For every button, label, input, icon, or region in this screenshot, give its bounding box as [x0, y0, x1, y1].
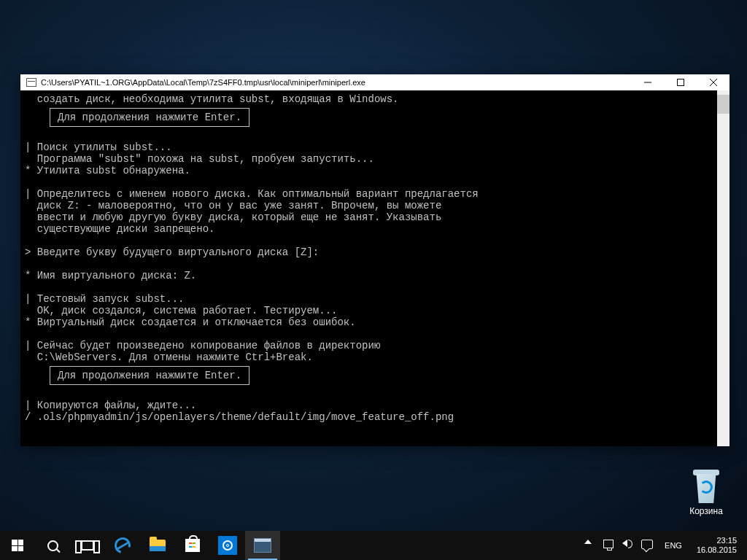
- edge-icon: [112, 534, 133, 556]
- tray-icons: [584, 540, 653, 551]
- console-line: | Определитесь с именем нового диска. Ка…: [23, 188, 729, 200]
- search-icon: [47, 540, 58, 551]
- scrollbar-vertical[interactable]: [717, 90, 729, 446]
- console-line: создать диск, необходима утилита subst, …: [23, 93, 729, 105]
- windows-logo-icon: [12, 540, 23, 551]
- console-line: [23, 258, 729, 270]
- console-prompt-box: Для продолжения нажмите Enter.: [50, 366, 249, 385]
- task-view-icon: [81, 540, 94, 551]
- start-button[interactable]: [0, 531, 35, 560]
- file-explorer-button[interactable]: [140, 531, 175, 560]
- console-line: | Тестовый запуск subst...: [23, 293, 729, 305]
- console-line: * Имя виртуального диска: Z.: [23, 270, 729, 281]
- console-line: > Введите букву будущего виртуального ди…: [23, 246, 729, 258]
- clock-date: 16.08.2015: [697, 545, 737, 555]
- search-button[interactable]: [35, 531, 70, 560]
- console-line: | Сейчас будет произведено копирование ф…: [23, 340, 729, 351]
- tray-overflow-button[interactable]: [584, 540, 596, 551]
- scrollbar-thumb[interactable]: [717, 95, 729, 114]
- close-button[interactable]: [697, 74, 729, 90]
- console-line: * Утилита subst обнаружена.: [23, 165, 729, 176]
- console-line: ввести и любую другую букву диска, котор…: [23, 211, 729, 223]
- recycle-bin-glyph: [690, 467, 722, 503]
- store-button[interactable]: [175, 531, 210, 560]
- console-icon: [254, 538, 271, 553]
- store-icon: [185, 539, 200, 552]
- recycle-bin-label: Корзина: [678, 506, 734, 516]
- console-line: [23, 388, 729, 400]
- console-line: Программа "subst" похожа на subst, пробу…: [23, 153, 729, 165]
- volume-button[interactable]: [622, 540, 634, 551]
- window-titlebar[interactable]: C:\Users\PYATIL~1.ORG\AppData\Local\Temp…: [20, 74, 729, 90]
- task-view-button[interactable]: [70, 531, 105, 560]
- console-line: [23, 130, 729, 141]
- console-line: | Поиск утилиты subst...: [23, 141, 729, 153]
- system-tray: ENG 23:15 16.08.2015: [584, 531, 747, 560]
- svg-rect-1: [677, 79, 684, 86]
- action-center-button[interactable]: [641, 540, 653, 551]
- window-controls: [631, 74, 729, 90]
- taskbar-left: [0, 531, 280, 560]
- maximize-button[interactable]: [664, 74, 697, 90]
- console-window: C:\Users\PYATIL~1.ORG\AppData\Local\Temp…: [20, 74, 729, 446]
- console-line: C:\WebServers. Для отмены нажмите Ctrl+B…: [23, 351, 729, 363]
- console-line: / .ols/phpmyadmin/js/openlayers/theme/de…: [23, 411, 729, 423]
- console-line: [23, 281, 729, 293]
- volume-icon: [622, 540, 627, 547]
- folder-icon: [150, 540, 166, 551]
- clock[interactable]: 23:15 16.08.2015: [694, 536, 740, 555]
- chevron-up-icon: [584, 540, 592, 544]
- action-center-icon: [641, 540, 653, 549]
- console-line: * Виртуальный диск создается и отключает…: [23, 316, 729, 328]
- console-line: | Копируются файлы, ждите...: [23, 400, 729, 411]
- clock-time: 23:15: [697, 536, 737, 545]
- recycle-bin-icon[interactable]: Корзина: [678, 467, 734, 516]
- console-line: OK, диск создался, система работает. Тес…: [23, 305, 729, 316]
- language-indicator[interactable]: ENG: [660, 541, 686, 550]
- console-output[interactable]: создать диск, необходима утилита subst, …: [20, 90, 729, 446]
- edge-button[interactable]: [105, 531, 140, 560]
- console-line: диск Z: - маловероятно, что он у вас уже…: [23, 200, 729, 211]
- console-prompt-box: Для продолжения нажмите Enter.: [50, 108, 249, 127]
- minimize-button[interactable]: [631, 74, 664, 90]
- console-line: [23, 176, 729, 188]
- console-line: [23, 235, 729, 246]
- console-line: [23, 328, 729, 340]
- console-taskbar-button[interactable]: [245, 531, 280, 560]
- gear-icon: [218, 536, 237, 555]
- console-line: существующие диски запрещено.: [23, 223, 729, 235]
- window-title: C:\Users\PYATIL~1.ORG\AppData\Local\Temp…: [41, 78, 365, 87]
- network-icon: [603, 540, 614, 548]
- settings-button[interactable]: [210, 531, 245, 560]
- network-button[interactable]: [603, 540, 615, 551]
- taskbar: ENG 23:15 16.08.2015: [0, 531, 747, 560]
- app-icon: [26, 78, 36, 87]
